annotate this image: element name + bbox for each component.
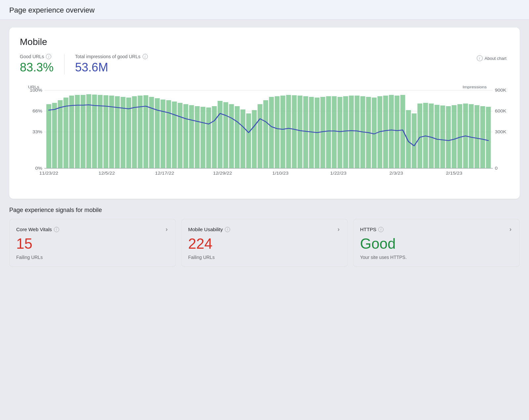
mobile-usability-chevron: ›: [338, 226, 340, 233]
svg-rect-77: [400, 95, 405, 168]
svg-rect-20: [75, 95, 80, 168]
svg-rect-59: [298, 96, 303, 168]
total-impressions-block: Total impressions of good URLs i 53.6M: [64, 54, 158, 74]
svg-rect-60: [303, 96, 308, 168]
svg-rect-54: [269, 97, 274, 168]
https-card[interactable]: HTTPS i › Good Your site uses HTTPS.: [353, 219, 520, 267]
good-urls-block: Good URLs i 83.3%: [20, 54, 64, 74]
svg-rect-50: [246, 113, 251, 168]
svg-text:2/3/23: 2/3/23: [389, 171, 403, 175]
svg-text:600K: 600K: [495, 109, 507, 113]
svg-rect-75: [389, 95, 394, 168]
svg-text:12/5/22: 12/5/22: [99, 171, 115, 175]
svg-rect-67: [343, 96, 348, 168]
svg-rect-40: [189, 105, 194, 168]
core-web-vitals-help-icon[interactable]: i: [54, 227, 59, 232]
svg-rect-84: [440, 105, 445, 168]
svg-rect-47: [229, 104, 234, 168]
svg-text:0: 0: [495, 166, 498, 170]
svg-text:1/10/23: 1/10/23: [272, 171, 288, 175]
svg-rect-76: [394, 96, 399, 168]
total-impressions-help-icon[interactable]: i: [142, 54, 148, 59]
svg-rect-34: [155, 98, 160, 168]
svg-rect-69: [355, 96, 360, 168]
svg-text:12/17/22: 12/17/22: [155, 171, 174, 175]
https-sub: Your site uses HTTPS.: [360, 255, 511, 260]
page-header: Page experience overview: [0, 0, 529, 20]
mobile-usability-sub: Failing URLs: [188, 255, 340, 260]
svg-rect-45: [218, 101, 223, 168]
svg-rect-16: [52, 103, 57, 168]
svg-text:12/29/22: 12/29/22: [213, 171, 232, 175]
signals-title: Page experience signals for mobile: [9, 207, 520, 214]
svg-rect-56: [280, 96, 285, 168]
svg-rect-39: [183, 104, 188, 168]
about-chart-label: About chart: [485, 56, 507, 61]
svg-text:11/23/22: 11/23/22: [39, 171, 59, 175]
core-web-vitals-card[interactable]: Core Web Vitals i › 15 Failing URLs: [9, 219, 176, 267]
good-urls-help-icon[interactable]: i: [46, 54, 51, 59]
svg-rect-51: [252, 110, 257, 168]
core-web-vitals-title-row: Core Web Vitals i: [16, 227, 59, 232]
mobile-usability-help-icon[interactable]: i: [225, 227, 230, 232]
svg-rect-86: [452, 105, 457, 168]
page-title: Page experience overview: [9, 6, 520, 15]
svg-rect-43: [206, 107, 211, 168]
total-impressions-label: Total impressions of good URLs: [75, 54, 141, 59]
svg-rect-17: [58, 100, 63, 168]
svg-rect-68: [349, 96, 354, 168]
svg-rect-49: [240, 109, 245, 168]
svg-rect-74: [383, 96, 388, 168]
main-content: Mobile Good URLs i 83.3% Total impressio…: [0, 20, 529, 275]
svg-rect-91: [480, 106, 485, 168]
svg-rect-83: [434, 105, 439, 168]
svg-rect-89: [469, 104, 474, 168]
https-title-row: HTTPS i: [360, 227, 384, 232]
svg-rect-21: [81, 95, 86, 168]
about-chart-info-icon: i: [477, 55, 483, 61]
svg-text:URLs: URLs: [28, 85, 39, 89]
mobile-label: Mobile: [20, 37, 509, 47]
mobile-usability-title-row: Mobile Usability i: [188, 227, 230, 232]
svg-rect-15: [46, 104, 51, 168]
chart-svg: 100% 66% 33% 0% URLs 900K 600K 300K 0 Im…: [20, 84, 509, 189]
svg-text:2/15/23: 2/15/23: [446, 171, 462, 175]
total-impressions-label-row: Total impressions of good URLs i: [75, 54, 148, 59]
svg-rect-18: [63, 98, 68, 168]
https-header: HTTPS i ›: [360, 226, 511, 233]
svg-rect-64: [326, 96, 331, 168]
svg-text:Impressions: Impressions: [463, 85, 487, 89]
svg-rect-87: [457, 104, 462, 168]
mobile-usability-label: Mobile Usability: [188, 227, 223, 232]
svg-rect-66: [338, 97, 343, 168]
svg-rect-46: [223, 102, 228, 168]
svg-rect-90: [474, 105, 479, 168]
good-urls-label: Good URLs: [20, 54, 44, 59]
core-web-vitals-header: Core Web Vitals i ›: [16, 226, 168, 233]
svg-text:900K: 900K: [495, 88, 507, 92]
svg-rect-63: [320, 97, 325, 168]
good-urls-value: 83.3%: [20, 61, 54, 74]
svg-rect-19: [69, 96, 74, 168]
svg-rect-48: [235, 106, 240, 168]
core-web-vitals-sub: Failing URLs: [16, 255, 168, 260]
core-web-vitals-chevron: ›: [166, 226, 168, 233]
https-chevron: ›: [509, 226, 511, 233]
svg-rect-44: [212, 106, 217, 168]
svg-rect-79: [412, 113, 417, 168]
svg-text:300K: 300K: [495, 130, 507, 134]
signals-section: Page experience signals for mobile Core …: [9, 207, 520, 267]
mobile-usability-card[interactable]: Mobile Usability i › 224 Failing URLs: [181, 219, 348, 267]
https-help-icon[interactable]: i: [378, 227, 384, 232]
svg-rect-57: [286, 95, 291, 168]
svg-rect-36: [166, 100, 171, 168]
https-value: Good: [360, 235, 511, 252]
about-chart-button[interactable]: i About chart: [474, 54, 509, 63]
svg-rect-42: [200, 107, 205, 168]
svg-rect-35: [161, 100, 166, 168]
signals-grid: Core Web Vitals i › 15 Failing URLs Mobi…: [9, 219, 520, 267]
svg-rect-58: [292, 95, 297, 168]
metrics-row: Good URLs i 83.3% Total impressions of g…: [20, 54, 509, 74]
svg-text:33%: 33%: [32, 130, 42, 134]
svg-text:0%: 0%: [35, 166, 42, 170]
